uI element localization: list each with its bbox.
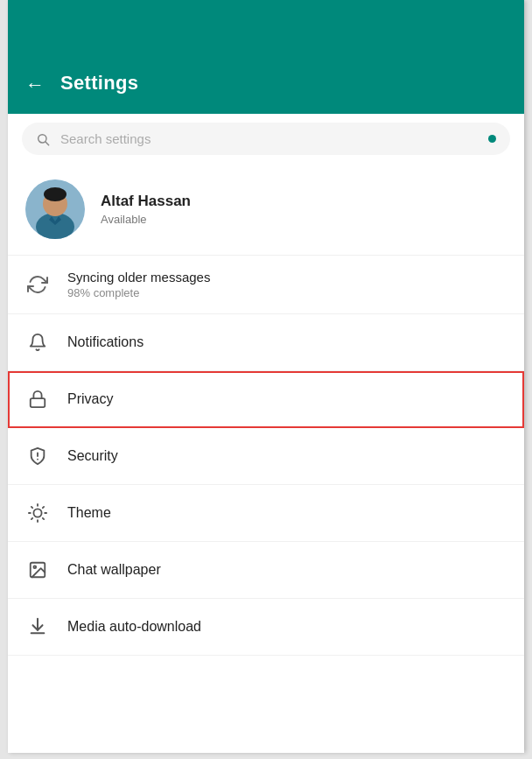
- svg-line-16: [43, 507, 44, 508]
- svg-line-12: [43, 518, 44, 519]
- profile-status: Available: [101, 213, 191, 226]
- svg-line-1: [46, 142, 49, 145]
- profile-section[interactable]: Altaf Hassan Available: [8, 164, 524, 256]
- privacy-label: Privacy: [67, 391, 113, 407]
- media-download-icon: [25, 615, 50, 639]
- sidebar-item-theme[interactable]: Theme: [8, 485, 524, 542]
- sync-text: Syncing older messages 98% complete: [67, 270, 210, 299]
- theme-label: Theme: [67, 505, 111, 521]
- svg-rect-7: [31, 398, 46, 407]
- svg-point-5: [44, 187, 66, 201]
- theme-icon: [25, 501, 50, 525]
- search-placeholder: Search settings: [60, 131, 488, 146]
- avatar: [25, 179, 85, 239]
- sync-title: Syncing older messages: [67, 270, 210, 285]
- chat-wallpaper-icon: [25, 558, 50, 582]
- svg-point-8: [33, 509, 41, 517]
- sync-subtitle: 98% complete: [67, 286, 210, 299]
- back-button[interactable]: ←: [25, 75, 45, 95]
- chat-wallpaper-label: Chat wallpaper: [67, 562, 161, 578]
- sync-section: Syncing older messages 98% complete: [8, 256, 524, 314]
- search-status-dot: [488, 135, 496, 143]
- notifications-icon: [25, 330, 50, 355]
- sidebar-item-chat-wallpaper[interactable]: Chat wallpaper: [8, 542, 524, 599]
- app-container: ← Settings Search settings: [8, 0, 524, 753]
- sidebar-item-privacy[interactable]: Privacy: [8, 371, 524, 428]
- privacy-icon: [25, 387, 50, 411]
- security-label: Security: [67, 448, 118, 464]
- profile-info: Altaf Hassan Available: [101, 193, 191, 226]
- search-icon: [36, 132, 50, 146]
- svg-point-18: [33, 566, 36, 568]
- svg-line-15: [32, 518, 32, 519]
- sync-icon: [25, 272, 50, 297]
- sidebar-item-security[interactable]: Security: [8, 428, 524, 485]
- media-auto-download-label: Media auto-download: [67, 619, 201, 635]
- profile-name: Altaf Hassan: [101, 193, 191, 210]
- security-icon: [25, 444, 50, 468]
- page-title: Settings: [60, 72, 138, 95]
- sidebar-item-media-auto-download[interactable]: Media auto-download: [8, 599, 524, 656]
- notifications-label: Notifications: [67, 334, 144, 350]
- scroll-area[interactable]: Altaf Hassan Available Syncing older mes…: [8, 164, 524, 753]
- sidebar-item-notifications[interactable]: Notifications: [8, 314, 524, 371]
- header: ← Settings: [8, 0, 524, 114]
- search-bar[interactable]: Search settings: [22, 123, 510, 155]
- svg-line-11: [32, 507, 32, 508]
